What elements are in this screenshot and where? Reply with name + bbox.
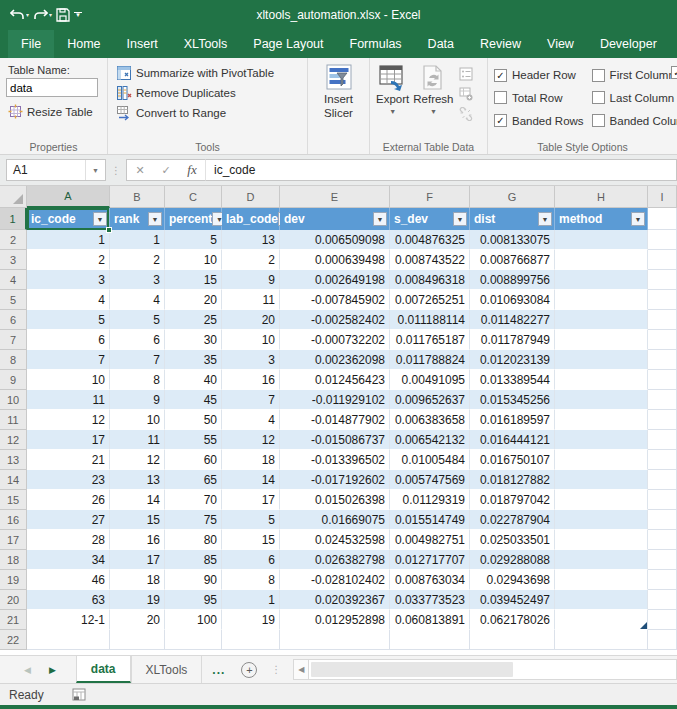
grid-cell[interactable]: 28 [27, 530, 110, 550]
grid-cell[interactable]: 3 [110, 270, 165, 290]
grid-cell[interactable]: 34 [27, 550, 110, 570]
grid-cell[interactable]: 0.007265251 [390, 290, 470, 310]
grid-cell[interactable]: 9 [110, 390, 165, 410]
grid-cell[interactable] [555, 550, 648, 570]
row-header-10[interactable]: 10 [0, 390, 27, 410]
table-header-cell-rank[interactable]: rank▼ [110, 208, 165, 230]
grid-cell[interactable]: 12-1 [27, 610, 110, 630]
refresh-button[interactable]: Refresh ▼ [413, 64, 453, 138]
grid-cell[interactable]: 0.016189597 [470, 410, 555, 430]
resize-table-button[interactable]: Resize Table [6, 103, 103, 120]
grid-cell[interactable]: 0.000639498 [280, 250, 390, 270]
grid-cell[interactable]: 0.020392367 [280, 590, 390, 610]
column-header-f[interactable]: F [390, 186, 470, 208]
grid-cell[interactable]: 3 [27, 270, 110, 290]
grid-cell[interactable] [165, 630, 222, 650]
checkbox-header-row[interactable]: ✓Header Row [494, 66, 584, 85]
grid-cell[interactable]: 0.004876325 [390, 230, 470, 250]
grid-cell[interactable]: 0.01669075 [280, 510, 390, 530]
ribbon-tab-page-layout[interactable]: Page Layout [240, 30, 336, 58]
checkbox-banded-columns[interactable]: Banded Columns [592, 111, 677, 130]
grid-cell[interactable] [648, 330, 677, 350]
grid-cell[interactable]: 60 [165, 450, 222, 470]
grid-cell[interactable]: 55 [165, 430, 222, 450]
grid-cell[interactable]: 0.012456423 [280, 370, 390, 390]
selection-fill-handle[interactable] [106, 227, 112, 233]
grid-cell[interactable] [27, 630, 110, 650]
grid-cell[interactable]: 90 [165, 570, 222, 590]
grid-cell[interactable]: 13 [110, 470, 165, 490]
new-sheet-button[interactable]: + [235, 656, 263, 683]
grid-cell[interactable] [648, 470, 677, 490]
grid-cell[interactable]: 11 [222, 290, 280, 310]
grid-cell[interactable]: 17 [222, 490, 280, 510]
grid-cell[interactable]: 0.008763034 [390, 570, 470, 590]
grid-cell[interactable] [555, 390, 648, 410]
ribbon-tab-xltools[interactable]: XLTools [171, 30, 241, 58]
grid-cell[interactable]: 0.01005484 [390, 450, 470, 470]
row-header-8[interactable]: 8 [0, 350, 27, 370]
ribbon-tab-review[interactable]: Review [467, 30, 534, 58]
row-header-20[interactable]: 20 [0, 590, 27, 610]
customize-qat-icon[interactable]: ▼ [74, 12, 82, 18]
remove-duplicates-button[interactable]: Remove Duplicates [114, 84, 303, 102]
select-all-button[interactable] [0, 186, 27, 208]
row-header-12[interactable]: 12 [0, 430, 27, 450]
grid-cell[interactable] [555, 410, 648, 430]
grid-cell[interactable] [555, 350, 648, 370]
grid-cell[interactable]: 21 [27, 450, 110, 470]
grid-cell[interactable]: 0.016444121 [470, 430, 555, 450]
grid-cell[interactable]: 0.026382798 [280, 550, 390, 570]
ribbon-tab-insert[interactable]: Insert [114, 30, 171, 58]
grid-cell[interactable]: 10 [165, 250, 222, 270]
grid-cell[interactable]: 0.005747569 [390, 470, 470, 490]
row-header-15[interactable]: 15 [0, 490, 27, 510]
table-header-cell-dist[interactable]: dist▼ [470, 208, 555, 230]
grid-cell[interactable] [648, 370, 677, 390]
grid-cell[interactable]: 0.062178026 [470, 610, 555, 630]
grid-cell[interactable]: 1 [110, 230, 165, 250]
grid-cell[interactable]: 0.00491095 [390, 370, 470, 390]
column-header-e[interactable]: E [280, 186, 390, 208]
undo-dropdown-icon[interactable]: ▾ [26, 12, 29, 18]
grid-cell[interactable]: 0.018797042 [470, 490, 555, 510]
name-box[interactable]: A1 ▼ [6, 159, 106, 181]
row-header-22[interactable]: 22 [0, 630, 27, 650]
grid-cell[interactable] [555, 270, 648, 290]
grid-cell[interactable]: 6 [110, 330, 165, 350]
grid-cell[interactable]: 1 [222, 590, 280, 610]
grid-cell[interactable]: 2 [27, 250, 110, 270]
grid-cell[interactable]: 6 [222, 550, 280, 570]
grid-cell[interactable]: 80 [165, 530, 222, 550]
grid-cell[interactable]: 63 [27, 590, 110, 610]
grid-cell[interactable]: 0.016750107 [470, 450, 555, 470]
checkbox-first-column[interactable]: First Column [592, 66, 677, 85]
grid-cell[interactable]: 5 [165, 230, 222, 250]
grid-cell[interactable]: 10 [222, 330, 280, 350]
grid-cell[interactable] [648, 590, 677, 610]
row-header-16[interactable]: 16 [0, 510, 27, 530]
filter-dropdown-button[interactable]: ▼ [453, 212, 467, 226]
grid-cell[interactable]: 0.008899756 [470, 270, 555, 290]
sheet-tab-data[interactable]: data [76, 656, 131, 683]
ribbon-tab-developer[interactable]: Developer [587, 30, 670, 58]
grid-cell[interactable]: 0.025033501 [470, 530, 555, 550]
grid-cell[interactable]: 27 [27, 510, 110, 530]
grid-cell[interactable]: 16 [110, 530, 165, 550]
grid-cell[interactable] [648, 230, 677, 250]
grid-cell[interactable]: 11 [27, 390, 110, 410]
column-header-d[interactable]: D [222, 186, 280, 208]
grid-cell[interactable]: 0.011787949 [470, 330, 555, 350]
grid-cell[interactable]: 7 [110, 350, 165, 370]
row-header-5[interactable]: 5 [0, 290, 27, 310]
cancel-entry-icon[interactable]: ✕ [127, 164, 153, 177]
grid-cell[interactable]: 0.002649198 [280, 270, 390, 290]
grid-cell[interactable]: 18 [110, 570, 165, 590]
checkbox-box[interactable] [592, 69, 605, 82]
grid-cell[interactable] [648, 310, 677, 330]
grid-cell[interactable]: 4 [27, 290, 110, 310]
grid-cell[interactable] [648, 570, 677, 590]
grid-cell[interactable]: 1 [27, 230, 110, 250]
filter-dropdown-button[interactable]: ▼ [93, 212, 107, 226]
scrollbar-thumb[interactable] [311, 662, 513, 677]
